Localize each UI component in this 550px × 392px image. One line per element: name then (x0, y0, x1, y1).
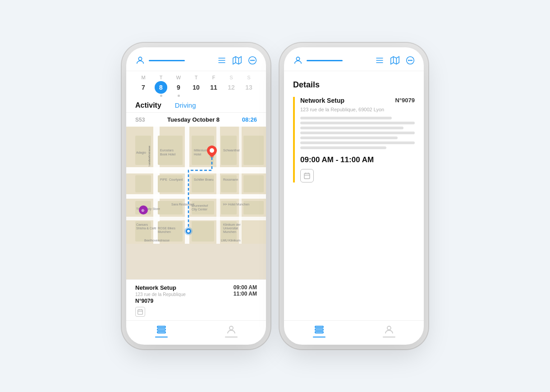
nav-person-indicator-2 (383, 337, 395, 337)
cal-day-name-sat: S (229, 75, 233, 80)
calendar-row-1: M 7 T 8 W 9 T 10 F 11 S (126, 71, 266, 99)
cal-day-num-fri: 11 (207, 81, 220, 94)
cal-day-name-tue: T (160, 75, 163, 80)
map-area: Adagio Eurostars Book Hotel Millenium Ho… (126, 127, 266, 279)
map-icon-2[interactable] (390, 56, 399, 65)
nav-person-item[interactable] (225, 324, 238, 337)
detail-card: Network Setup N°9079 123 rue de la Repub… (293, 97, 415, 182)
nav-list-item-2[interactable] (313, 324, 325, 337)
card-time-start: 09:00 AM (234, 284, 257, 291)
nav-list-item[interactable] (155, 324, 168, 337)
nav-list-indicator-2 (313, 337, 325, 337)
detail-line-3 (300, 127, 403, 129)
svg-rect-18 (239, 127, 242, 244)
svg-point-77 (229, 326, 233, 330)
svg-text:Schwanthal: Schwanthal (223, 149, 240, 152)
cal-day-fri[interactable]: F 11 (206, 75, 222, 94)
svg-rect-14 (126, 217, 266, 220)
detail-line-7 (300, 146, 386, 149)
cal-day-wed[interactable]: W 9 (170, 75, 187, 97)
card-calendar-icon[interactable] (135, 307, 145, 317)
svg-text:Adagio: Adagio (136, 151, 146, 155)
cal-day-thu[interactable]: T 10 (188, 75, 204, 94)
svg-rect-75 (157, 329, 165, 330)
more-icon-2[interactable] (406, 56, 415, 65)
cal-day-tue[interactable]: T 8 (153, 75, 169, 97)
detail-time-range: 09:00 AM - 11:00 AM (300, 155, 415, 164)
list-icon-2[interactable] (375, 56, 384, 65)
svg-point-78 (296, 57, 299, 60)
detail-card-addr: 123 rue de la Republique, 69002 Lyon (300, 107, 415, 112)
cal-day-num-tue: 8 (155, 81, 167, 94)
cal-day-name-mon: M (141, 75, 145, 80)
top-bar-1 (126, 47, 266, 71)
nav-person-icon-2 (384, 324, 394, 335)
nav-list-indicator (155, 337, 168, 337)
details-page: Details Network Setup N°9079 123 rue de … (284, 71, 424, 320)
svg-text:Book Hotel: Book Hotel (160, 153, 176, 156)
svg-rect-93 (315, 326, 323, 328)
svg-point-69 (187, 230, 190, 232)
svg-text:Shisha & Café: Shisha & Café (136, 227, 156, 230)
svg-rect-13 (126, 194, 266, 199)
more-icon[interactable] (248, 56, 257, 65)
top-bar-icons-2 (375, 56, 415, 65)
card-info: Network Setup 123 rue de la Republique N… (135, 284, 186, 304)
svg-rect-74 (157, 326, 165, 328)
person-icon-2 (293, 55, 303, 65)
svg-point-9 (252, 60, 253, 61)
cal-day-num-sun: 13 (243, 81, 255, 94)
svg-rect-17 (216, 127, 220, 244)
map-icon[interactable] (233, 56, 242, 65)
svg-text:Sara Restaurant: Sara Restaurant (171, 203, 194, 206)
detail-line-2 (300, 122, 415, 124)
svg-rect-23 (243, 136, 264, 165)
card-number: N°9079 (135, 298, 186, 304)
detail-line-5 (300, 137, 398, 139)
map-svg: Adagio Eurostars Book Hotel Millenium Ho… (126, 127, 266, 244)
cal-day-num-sat: 12 (225, 81, 238, 94)
top-bar-2 (284, 47, 424, 71)
svg-text:Universitat: Universitat (223, 227, 238, 230)
bottom-nav-2 (284, 320, 424, 345)
nav-person-indicator (225, 337, 238, 337)
detail-card-title: Network Setup (300, 97, 344, 104)
cal-dot-wed (178, 95, 180, 97)
tab-activity[interactable]: Activity (135, 101, 161, 112)
svg-text:Courtyard: Courtyard (169, 178, 183, 182)
cal-day-mon[interactable]: M 7 (135, 75, 151, 94)
svg-text:Landwehrstrasse: Landwehrstrasse (148, 146, 151, 166)
svg-point-10 (254, 60, 255, 61)
top-bar-icons-1 (217, 56, 257, 65)
top-bar-left-2 (293, 55, 343, 65)
svg-marker-4 (233, 57, 241, 64)
nav-person-item-2[interactable] (383, 324, 395, 337)
list-icon[interactable] (217, 56, 226, 65)
svg-rect-95 (315, 332, 323, 333)
svg-text:Munchen: Munchen (158, 230, 171, 233)
svg-text:Hotel: Hotel (194, 153, 202, 156)
cal-day-sat[interactable]: S 12 (223, 75, 239, 94)
detail-line-1 (300, 117, 392, 119)
svg-point-0 (138, 57, 142, 60)
svg-text:PIPE: PIPE (160, 178, 167, 181)
phone-1: M 7 T 8 W 9 T 10 F 11 S (126, 47, 266, 345)
tab-driving[interactable]: Driving (175, 101, 196, 112)
cal-day-sun[interactable]: S 13 (241, 75, 257, 94)
detail-card-header: Network Setup N°9079 (300, 97, 415, 104)
svg-point-66 (210, 148, 214, 153)
nav-list-icon-2 (314, 324, 325, 335)
svg-text:City Center: City Center (192, 208, 208, 211)
cal-day-name-fri: F (212, 75, 215, 80)
blue-line-2 (307, 60, 343, 61)
detail-cal-icon[interactable] (300, 169, 314, 182)
blue-line-1 (149, 60, 185, 61)
week-time: 08:26 (242, 116, 257, 123)
tab-row-1: Activity Driving (126, 99, 266, 113)
svg-text:Caesars: Caesars (136, 223, 148, 226)
svg-text:Schiller Braeu: Schiller Braeu (194, 178, 214, 181)
detail-line-6 (300, 141, 415, 144)
card-time-end: 11:00 AM (234, 291, 257, 297)
week-date: Tuesday October 8 (167, 116, 220, 123)
svg-rect-89 (304, 173, 310, 179)
